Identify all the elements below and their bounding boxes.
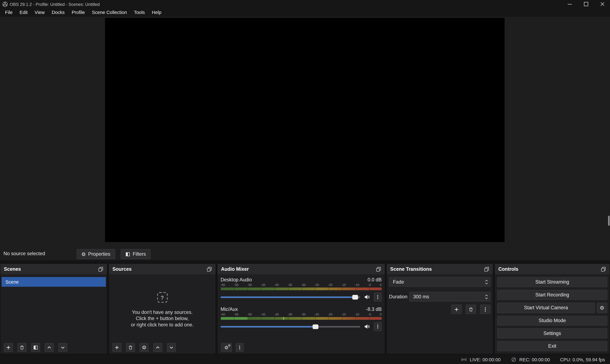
- controls-body: Start Streaming Start Recording Start Vi…: [495, 274, 610, 354]
- spinner-arrows-icon[interactable]: [485, 279, 488, 285]
- menu-item[interactable]: Edit: [16, 8, 31, 17]
- menu-item[interactable]: Tools: [130, 8, 148, 17]
- cpu-stats: CPU: 0.0%, 59.94 fps: [560, 357, 605, 362]
- meter-tick-label: -10: [355, 283, 359, 287]
- menu-item[interactable]: Scene Collection: [88, 8, 131, 17]
- remove-transition-button[interactable]: [466, 305, 476, 314]
- mixer-menu-button[interactable]: [236, 343, 243, 352]
- properties-button[interactable]: ⚙ Properties: [77, 249, 115, 259]
- plus-icon: [6, 345, 11, 350]
- scene-list-item[interactable]: Scene: [1, 277, 106, 287]
- popout-icon[interactable]: [207, 266, 212, 272]
- volume-meter: [221, 317, 382, 320]
- volume-slider-handle[interactable]: [313, 324, 319, 329]
- popout-icon[interactable]: [98, 266, 103, 272]
- sources-empty-state: ? You don't have any sources. Click the …: [109, 292, 216, 328]
- volume-slider[interactable]: [221, 296, 360, 298]
- panel-title: Scene Transitions: [390, 266, 432, 272]
- start-virtual-camera-button[interactable]: Start Virtual Camera: [497, 302, 595, 313]
- meter-tick-label: -40: [274, 283, 279, 287]
- kebab-icon: [483, 307, 488, 312]
- start-recording-button[interactable]: Start Recording: [497, 290, 607, 300]
- settings-button[interactable]: Settings: [497, 328, 607, 338]
- preview-area: [0, 17, 610, 247]
- popout-icon[interactable]: [601, 266, 606, 272]
- volume-slider-fill: [221, 296, 355, 298]
- channel-db-value: -8.3 dB: [366, 307, 382, 312]
- studio-mode-button[interactable]: Studio Mode: [497, 316, 607, 326]
- volume-slider-handle[interactable]: [352, 295, 358, 299]
- exit-button[interactable]: Exit: [497, 341, 607, 351]
- audio-mixer-panel-header: Audio Mixer: [217, 264, 385, 274]
- mute-button[interactable]: [363, 294, 370, 300]
- gear-icon: ⚙: [142, 345, 146, 350]
- meter-tick-label: -30: [301, 283, 305, 287]
- meter-tick-label: -45: [261, 313, 265, 317]
- move-scene-up-button[interactable]: [45, 343, 54, 352]
- remove-scene-button[interactable]: [17, 343, 26, 352]
- close-button[interactable]: [600, 1, 605, 7]
- empty-state-line: or right click here to add one.: [109, 322, 216, 328]
- meter-tick-label: -55: [234, 283, 238, 287]
- sources-panel: Sources ? You don't have any sources. Cl…: [109, 263, 216, 354]
- add-transition-button[interactable]: [451, 305, 462, 314]
- minimize-button[interactable]: [567, 1, 572, 7]
- move-source-down-button[interactable]: [167, 343, 176, 352]
- channel-menu-button[interactable]: [374, 293, 382, 301]
- move-source-up-button[interactable]: [153, 343, 162, 352]
- transition-select[interactable]: Fade: [389, 277, 491, 287]
- remove-source-button[interactable]: [126, 343, 135, 352]
- mute-button[interactable]: [363, 323, 370, 330]
- channel-name: Desktop Audio: [221, 277, 252, 283]
- sources-toolbar: ⚙: [109, 341, 216, 354]
- filters-button[interactable]: Filters: [121, 249, 151, 259]
- meter-tick-label: -50: [248, 283, 252, 287]
- meter-tick-label: -25: [314, 283, 319, 287]
- live-status: LIVE: 00:00:00: [461, 357, 500, 362]
- advanced-audio-properties-button[interactable]: ⚙ ⚙: [221, 343, 232, 352]
- gear-icon: ⚙: [600, 305, 604, 310]
- question-mark-icon: ?: [157, 292, 167, 303]
- transition-menu-button[interactable]: [480, 305, 491, 314]
- spinner-arrows-icon[interactable]: [485, 294, 488, 300]
- source-properties-button[interactable]: ⚙: [139, 343, 149, 352]
- properties-label: Properties: [88, 251, 110, 257]
- meter-tick-label: -30: [301, 313, 305, 317]
- meter-tick-label: -55: [234, 313, 238, 317]
- virtual-camera-settings-button[interactable]: ⚙: [597, 302, 607, 313]
- duration-input[interactable]: 300 ms: [409, 292, 491, 301]
- panel-title: Scenes: [4, 266, 21, 272]
- chevron-down-icon: [60, 345, 65, 350]
- transition-actions: [451, 305, 491, 314]
- trash-icon: [468, 307, 473, 312]
- menu-item[interactable]: Help: [148, 8, 165, 17]
- popout-icon[interactable]: [484, 266, 489, 272]
- popout-icon[interactable]: [376, 266, 381, 272]
- scene-filters-button[interactable]: [31, 343, 40, 352]
- maximize-button[interactable]: [583, 1, 589, 7]
- scene-transitions-panel-header: Scene Transitions: [387, 264, 493, 274]
- sources-panel-header: Sources: [109, 264, 216, 274]
- source-status-text: No source selected: [3, 251, 45, 256]
- add-scene-button[interactable]: [4, 343, 13, 352]
- scenes-toolbar: [0, 341, 107, 354]
- channel-menu-button[interactable]: [374, 322, 382, 331]
- add-source-button[interactable]: [112, 343, 121, 352]
- scene-transitions-panel: Scene Transitions Fade Duration 300 ms: [386, 263, 493, 354]
- start-streaming-button[interactable]: Start Streaming: [497, 277, 607, 287]
- volume-slider[interactable]: [221, 326, 360, 327]
- menu-item[interactable]: File: [1, 8, 16, 17]
- obs-logo-icon: [2, 1, 8, 7]
- menu-item[interactable]: Docks: [48, 8, 68, 17]
- move-scene-down-button[interactable]: [58, 343, 67, 352]
- panel-title: Audio Mixer: [221, 266, 249, 272]
- preview-canvas[interactable]: [105, 18, 505, 242]
- menu-item[interactable]: Profile: [68, 8, 88, 17]
- kebab-icon: [237, 345, 242, 350]
- controls-panel: Controls Start Streaming Start Recording…: [494, 263, 610, 354]
- plus-icon: [454, 307, 459, 312]
- menu-item[interactable]: View: [31, 8, 48, 17]
- scrollbar-thumb[interactable]: [608, 216, 610, 226]
- sources-list[interactable]: ? You don't have any sources. Click the …: [109, 274, 216, 341]
- meter-tick-label: -35: [288, 313, 292, 317]
